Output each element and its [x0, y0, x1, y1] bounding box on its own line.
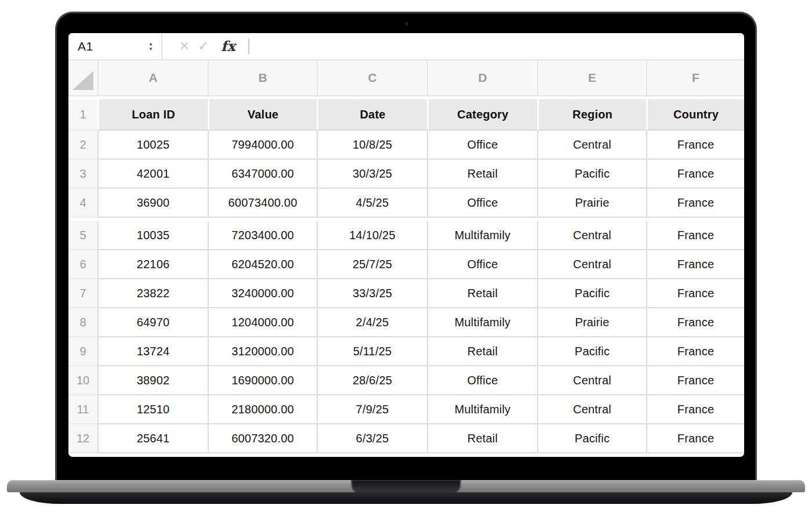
cell-f10[interactable]: France	[646, 366, 744, 395]
cell-f3[interactable]: France	[646, 160, 744, 189]
cell-e10[interactable]: Central	[537, 366, 646, 395]
cell-e12[interactable]: Pacific	[537, 424, 646, 453]
cell-a12[interactable]: 25641	[97, 424, 208, 453]
laptop-mockup: A1 ▲ ▼ × ✓ fx ABCDEF	[0, 0, 812, 519]
cell-b12[interactable]: 6007320.00	[208, 424, 317, 453]
cell-c3[interactable]: 30/3/25	[317, 160, 427, 189]
name-box[interactable]: A1 ▲ ▼	[68, 33, 162, 59]
cell-d1[interactable]: Category	[427, 99, 537, 131]
cell-f11[interactable]: France	[646, 395, 744, 424]
cell-d9[interactable]: Retail	[427, 337, 537, 366]
row-number-8[interactable]: 8	[68, 308, 97, 337]
cell-d4[interactable]: Office	[427, 189, 537, 218]
cell-c11[interactable]: 7/9/25	[317, 395, 427, 424]
cell-a11[interactable]: 12510	[97, 395, 208, 424]
confirm-icon[interactable]: ✓	[198, 38, 209, 54]
row-number-10[interactable]: 10	[68, 366, 97, 395]
cell-a10[interactable]: 38902	[97, 366, 208, 395]
cell-c9[interactable]: 5/11/25	[317, 337, 427, 366]
column-header-b[interactable]: B	[208, 60, 317, 95]
column-header-c[interactable]: C	[317, 60, 427, 95]
cell-a4[interactable]: 36900	[97, 189, 208, 218]
cell-a9[interactable]: 13724	[97, 337, 208, 366]
cell-c7[interactable]: 33/3/25	[317, 279, 427, 308]
cell-e4[interactable]: Prairie	[537, 189, 646, 218]
cell-d8[interactable]: Multifamily	[427, 308, 537, 337]
cell-f7[interactable]: France	[646, 279, 744, 308]
cell-b8[interactable]: 1204000.00	[208, 308, 317, 337]
cell-f12[interactable]: France	[646, 424, 744, 453]
row-number-9[interactable]: 9	[68, 337, 97, 366]
cell-f6[interactable]: France	[646, 250, 744, 279]
cell-d12[interactable]: Retail	[427, 424, 537, 453]
cell-a8[interactable]: 64970	[97, 308, 208, 337]
row-number-6[interactable]: 6	[68, 250, 97, 279]
cell-b5[interactable]: 7203400.00	[208, 221, 317, 250]
cell-a7[interactable]: 23822	[97, 279, 208, 308]
cell-c10[interactable]: 28/6/25	[317, 366, 427, 395]
cell-d11[interactable]: Multifamily	[427, 395, 537, 424]
cell-c4[interactable]: 4/5/25	[317, 189, 427, 218]
cell-e7[interactable]: Pacific	[537, 279, 646, 308]
column-header-d[interactable]: D	[427, 60, 537, 95]
cell-e6[interactable]: Central	[537, 250, 646, 279]
stepper-up-icon[interactable]: ▲	[148, 42, 153, 46]
row-number-5[interactable]: 5	[68, 221, 97, 250]
cell-b6[interactable]: 6204520.00	[208, 250, 317, 279]
cell-b9[interactable]: 3120000.00	[208, 337, 317, 366]
column-header-f[interactable]: F	[646, 60, 744, 95]
row-number-12[interactable]: 12	[68, 424, 97, 453]
row-number-7[interactable]: 7	[68, 279, 97, 308]
cell-c1[interactable]: Date	[317, 99, 427, 131]
cell-b11[interactable]: 2180000.00	[208, 395, 317, 424]
cell-c6[interactable]: 25/7/25	[317, 250, 427, 279]
stepper-down-icon[interactable]: ▼	[148, 47, 153, 51]
row-number-1[interactable]: 1	[68, 99, 97, 131]
column-header-a[interactable]: A	[97, 60, 208, 95]
fx-icon[interactable]: fx	[221, 38, 235, 55]
cell-c5[interactable]: 14/10/25	[317, 221, 427, 250]
cell-a2[interactable]: 10025	[97, 131, 208, 160]
cell-e8[interactable]: Prairie	[537, 308, 646, 337]
cell-c2[interactable]: 10/8/25	[317, 131, 427, 160]
cell-f4[interactable]: France	[646, 189, 744, 218]
cell-c8[interactable]: 2/4/25	[317, 308, 427, 337]
cell-d5[interactable]: Multifamily	[427, 221, 537, 250]
cell-a6[interactable]: 22106	[97, 250, 208, 279]
cell-e5[interactable]: Central	[537, 221, 646, 250]
cell-f5[interactable]: France	[646, 221, 744, 250]
row-number-4[interactable]: 4	[68, 189, 97, 218]
cell-e9[interactable]: Pacific	[537, 337, 646, 366]
column-header-e[interactable]: E	[537, 60, 646, 95]
row-number-2[interactable]: 2	[68, 131, 97, 160]
cell-b7[interactable]: 3240000.00	[208, 279, 317, 308]
cell-b2[interactable]: 7994000.00	[208, 131, 317, 160]
cell-b10[interactable]: 1690000.00	[208, 366, 317, 395]
cell-c12[interactable]: 6/3/25	[317, 424, 427, 453]
cell-a1[interactable]: Loan ID	[97, 99, 208, 131]
formula-input[interactable]	[235, 33, 744, 59]
cell-f2[interactable]: France	[646, 131, 744, 160]
cell-e2[interactable]: Central	[537, 131, 646, 160]
cell-a5[interactable]: 10035	[97, 221, 208, 250]
cell-d7[interactable]: Retail	[427, 279, 537, 308]
name-box-stepper[interactable]: ▲ ▼	[148, 42, 153, 51]
cell-b3[interactable]: 6347000.00	[208, 160, 317, 189]
cell-a3[interactable]: 42001	[97, 160, 208, 189]
cell-e1[interactable]: Region	[537, 99, 646, 131]
cell-f8[interactable]: France	[646, 308, 744, 337]
cell-e11[interactable]: Central	[537, 395, 646, 424]
cell-f1[interactable]: Country	[646, 99, 744, 131]
cell-b1[interactable]: Value	[208, 99, 317, 131]
row-number-11[interactable]: 11	[68, 395, 97, 424]
cell-d10[interactable]: Office	[427, 366, 537, 395]
cell-f9[interactable]: France	[646, 337, 744, 366]
select-all-corner[interactable]	[68, 60, 97, 95]
cell-d2[interactable]: Office	[427, 131, 537, 160]
cell-b4[interactable]: 60073400.00	[208, 189, 317, 218]
cell-d3[interactable]: Retail	[427, 160, 537, 189]
row-number-3[interactable]: 3	[68, 160, 97, 189]
cell-d6[interactable]: Office	[427, 250, 537, 279]
cell-e3[interactable]: Pacific	[537, 160, 646, 189]
cancel-icon[interactable]: ×	[180, 37, 189, 55]
